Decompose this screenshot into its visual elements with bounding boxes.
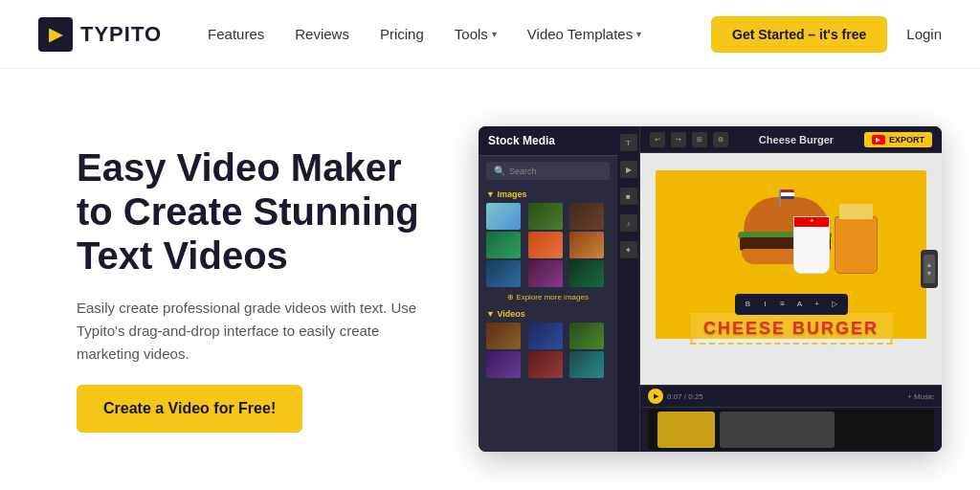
cup: ★ <box>793 216 830 274</box>
app-mockup: Stock Media 🔍 Search ▼ Images <box>479 126 942 452</box>
image-thumb-9[interactable] <box>569 260 604 287</box>
panel-search[interactable]: 🔍 Search <box>486 162 610 180</box>
image-thumb-2[interactable] <box>528 203 563 230</box>
color-tool[interactable]: A <box>792 297 808 312</box>
nav-video-templates[interactable]: Video Templates ▾ <box>527 26 641 42</box>
playback-buttons: ▶ 0:07 / 0:25 <box>648 389 703 404</box>
images-section-label: ▼ Images <box>479 186 617 201</box>
get-started-button[interactable]: Get Started – it's free <box>711 16 887 53</box>
panel-title: Stock Media <box>479 126 617 156</box>
side-toolbar: T ▶ ■ ♪ ✦ <box>617 126 640 452</box>
text-overlay-container[interactable]: CHEESE BURGER <box>690 313 892 345</box>
nav-features[interactable]: Features <box>208 26 264 42</box>
tools-chevron-icon: ▾ <box>492 29 497 39</box>
flag <box>781 189 794 199</box>
italic-tool[interactable]: I <box>758 297 773 312</box>
settings-icon[interactable]: ⚙ <box>713 132 728 147</box>
nav-pricing[interactable]: Pricing <box>380 26 424 42</box>
video-grid <box>479 321 617 380</box>
logo-text: TYPITO <box>80 22 162 47</box>
explore-more-link[interactable]: ⊕ Explore more images <box>479 289 617 305</box>
timeline-controls: ▶ 0:07 / 0:25 + Music <box>640 386 942 408</box>
export-button[interactable]: ▶ EXPORT <box>864 132 932 147</box>
scroll-indicator: ▲ ▼ <box>924 255 935 283</box>
timeline-track[interactable] <box>648 410 934 450</box>
nav-tools[interactable]: Tools ▾ <box>455 26 497 42</box>
video-thumb-1[interactable] <box>486 323 521 349</box>
redo-icon[interactable]: ↪ <box>671 132 686 147</box>
video-canvas: ★ CHEESE BURGER B I ≡ <box>656 170 927 368</box>
timeline-area: ▶ 0:07 / 0:25 + Music <box>640 385 942 452</box>
video-templates-chevron-icon: ▾ <box>636 29 641 39</box>
animate-tool[interactable]: ▷ <box>827 297 842 312</box>
video-thumb-4[interactable] <box>486 351 521 378</box>
play-button[interactable]: ▶ <box>648 389 663 404</box>
image-thumb-6[interactable] <box>569 232 604 258</box>
youtube-icon: ▶ <box>872 135 885 145</box>
align-tool[interactable]: ≡ <box>775 297 791 312</box>
track-clip-2[interactable] <box>720 412 835 448</box>
bold-tool[interactable]: B <box>741 297 756 312</box>
search-icon: 🔍 <box>494 166 505 176</box>
image-thumb-5[interactable] <box>528 232 563 258</box>
scroll-down-icon: ▼ <box>926 270 933 277</box>
logo[interactable]: ▶ TYPITO <box>38 17 162 52</box>
hero-left: Easy Video Maker to Create Stunning Text… <box>77 145 440 433</box>
track-clip-1[interactable] <box>657 412 715 448</box>
image-thumb-8[interactable] <box>528 260 563 287</box>
size-tool[interactable]: + <box>810 297 825 312</box>
hero-title: Easy Video Maker to Create Stunning Text… <box>77 145 440 278</box>
scroll-up-icon: ▲ <box>926 261 933 268</box>
hero-cta-button[interactable]: Create a Video for Free! <box>77 385 302 433</box>
stock-media-panel: Stock Media 🔍 Search ▼ Images <box>479 126 617 452</box>
cup-logo: ★ <box>794 217 829 227</box>
fries-top <box>839 204 873 219</box>
tool-audio[interactable]: ♪ <box>620 214 637 232</box>
zoom-icon[interactable]: ⊞ <box>692 132 707 147</box>
canvas-project-title: Cheese Burger <box>759 134 834 145</box>
video-thumb-5[interactable] <box>528 351 563 378</box>
nav-reviews[interactable]: Reviews <box>295 26 349 42</box>
time-display: 0:07 / 0:25 <box>667 392 703 401</box>
logo-icon: ▶ <box>38 17 73 52</box>
nav-links: Features Reviews Pricing Tools ▾ Video T… <box>208 26 711 42</box>
image-thumb-1[interactable] <box>486 203 521 230</box>
edit-toolbar: B I ≡ A + ▷ <box>735 294 848 315</box>
video-thumb-6[interactable] <box>569 351 604 378</box>
canvas-topbar: ↩ ↪ ⊞ ⚙ Cheese Burger ▶ EXPORT <box>640 126 942 153</box>
navbar: ▶ TYPITO Features Reviews Pricing Tools … <box>0 0 980 69</box>
hero-description: Easily create professional grade videos … <box>77 297 440 366</box>
undo-icon[interactable]: ↩ <box>650 132 665 147</box>
image-thumb-4[interactable] <box>486 232 521 258</box>
image-grid <box>479 201 617 289</box>
tool-text[interactable]: T <box>620 134 637 151</box>
video-thumb-3[interactable] <box>569 323 604 349</box>
tool-media[interactable]: ▶ <box>620 161 637 178</box>
tool-effects[interactable]: ✦ <box>620 241 637 258</box>
login-button[interactable]: Login <box>906 26 942 42</box>
overlay-text: CHEESE BURGER <box>703 319 879 338</box>
hero-section: Easy Video Maker to Create Stunning Text… <box>0 69 980 490</box>
fries-box <box>835 216 878 274</box>
image-thumb-3[interactable] <box>569 203 604 230</box>
canvas-scrollbar[interactable]: ▲ ▼ <box>921 250 938 288</box>
image-thumb-7[interactable] <box>486 260 521 287</box>
videos-section-label: ▼ Videos <box>479 305 617 321</box>
hero-right: Stock Media 🔍 Search ▼ Images <box>479 126 942 452</box>
canvas-area: ↩ ↪ ⊞ ⚙ Cheese Burger ▶ EXPORT <box>640 126 942 452</box>
tool-shapes[interactable]: ■ <box>620 188 637 205</box>
video-thumb-2[interactable] <box>528 323 563 349</box>
topbar-tools: ↩ ↪ ⊞ ⚙ <box>650 132 728 147</box>
nav-actions: Get Started – it's free Login <box>711 16 942 53</box>
canvas-viewport[interactable]: ★ CHEESE BURGER B I ≡ <box>640 153 942 385</box>
music-label[interactable]: + Music <box>907 392 934 401</box>
